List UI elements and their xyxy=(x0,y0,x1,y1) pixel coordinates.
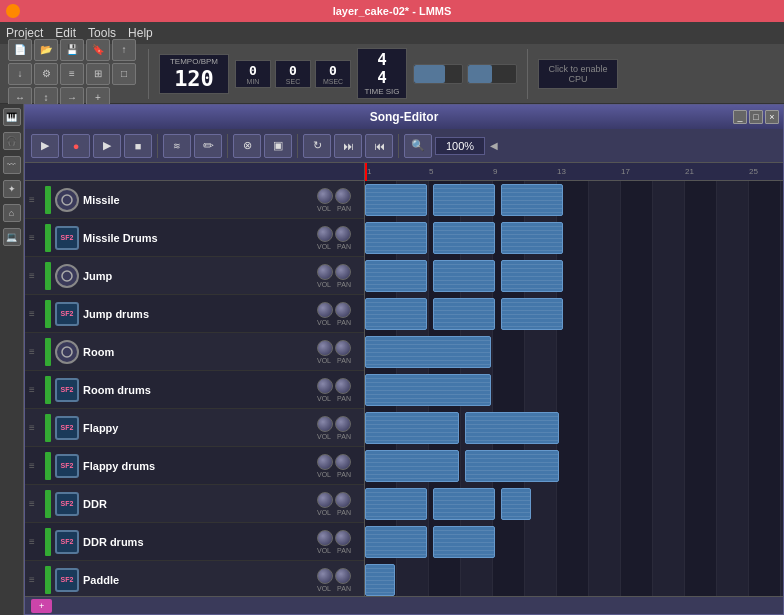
pattern-cell-2-11[interactable] xyxy=(717,219,749,257)
pattern-row-2[interactable] xyxy=(365,219,783,257)
pattern-cell-3-9[interactable] xyxy=(653,257,685,295)
track-handle-8[interactable]: ≡ xyxy=(29,460,41,471)
pan-knob-11[interactable] xyxy=(335,568,351,584)
pattern-cell-7-7[interactable] xyxy=(589,409,621,447)
open-project-btn[interactable]: 📂 xyxy=(34,39,58,61)
pattern-cell-1-11[interactable] xyxy=(717,181,749,219)
se-close-btn[interactable]: × xyxy=(765,110,779,124)
se-stop-btn[interactable]: ■ xyxy=(124,134,152,158)
pattern-cell-6-4[interactable] xyxy=(493,371,525,409)
pattern-block-1-2[interactable] xyxy=(501,184,563,216)
track-icon-2[interactable]: SF2 xyxy=(55,226,79,250)
pattern-cell-4-8[interactable] xyxy=(621,295,653,333)
track-icon-1[interactable] xyxy=(55,188,79,212)
pattern-cell-11-1[interactable] xyxy=(397,561,429,596)
pattern-block-4-2[interactable] xyxy=(501,298,563,330)
pattern-block-4-0[interactable] xyxy=(365,298,427,330)
pattern-cell-6-7[interactable] xyxy=(589,371,621,409)
pattern-cell-7-10[interactable] xyxy=(685,409,717,447)
se-maximize-btn[interactable]: □ xyxy=(749,110,763,124)
track-handle-1[interactable]: ≡ xyxy=(29,194,41,205)
track-handle-11[interactable]: ≡ xyxy=(29,574,41,585)
pattern-cell-1-13[interactable] xyxy=(781,181,783,219)
tempo-box[interactable]: TEMPO/BPM 120 xyxy=(159,54,229,94)
pattern-cell-11-9[interactable] xyxy=(653,561,685,596)
pattern-row-4[interactable] xyxy=(365,295,783,333)
pattern-cell-2-9[interactable] xyxy=(653,219,685,257)
vol-knob-9[interactable] xyxy=(317,492,333,508)
track-icon-4[interactable]: SF2 xyxy=(55,302,79,326)
track-icon-9[interactable]: SF2 xyxy=(55,492,79,516)
pan-knob-3[interactable] xyxy=(335,264,351,280)
se-minimize-btn[interactable]: _ xyxy=(733,110,747,124)
se-rewind-btn[interactable]: ⏮ xyxy=(365,134,393,158)
export-btn[interactable]: ↑ xyxy=(112,39,136,61)
import-btn[interactable]: ↓ xyxy=(8,63,32,85)
pattern-row-6[interactable] xyxy=(365,371,783,409)
pattern-cell-10-4[interactable] xyxy=(493,523,525,561)
pattern-cell-2-10[interactable] xyxy=(685,219,717,257)
pattern-cell-5-4[interactable] xyxy=(493,333,525,371)
vol-knob-11[interactable] xyxy=(317,568,333,584)
pattern-cell-4-13[interactable] xyxy=(781,295,783,333)
track-handle-3[interactable]: ≡ xyxy=(29,270,41,281)
se-draw-btn[interactable]: ✏ xyxy=(194,134,222,158)
pattern-cell-11-10[interactable] xyxy=(685,561,717,596)
pattern-cell-10-8[interactable] xyxy=(621,523,653,561)
pattern-cell-6-9[interactable] xyxy=(653,371,685,409)
vol-knob-7[interactable] xyxy=(317,416,333,432)
vol-knob-5[interactable] xyxy=(317,340,333,356)
toolbar-btn9[interactable]: ⊞ xyxy=(86,63,110,85)
pattern-cell-9-11[interactable] xyxy=(717,485,749,523)
pattern-block-5-0[interactable] xyxy=(365,336,491,368)
pattern-cell-11-13[interactable] xyxy=(781,561,783,596)
sidebar-instrument-icon[interactable]: 🎹 xyxy=(3,108,21,126)
pattern-cell-9-9[interactable] xyxy=(653,485,685,523)
pattern-cell-2-8[interactable] xyxy=(621,219,653,257)
pattern-cell-4-11[interactable] xyxy=(717,295,749,333)
pan-knob-4[interactable] xyxy=(335,302,351,318)
pattern-block-1-1[interactable] xyxy=(433,184,495,216)
pattern-row-5[interactable] xyxy=(365,333,783,371)
se-play-pattern-btn[interactable]: ▶ xyxy=(93,134,121,158)
pattern-cell-8-10[interactable] xyxy=(685,447,717,485)
pattern-cell-1-7[interactable] xyxy=(589,181,621,219)
se-search-btn[interactable]: 🔍 xyxy=(404,134,432,158)
toolbar-btn8[interactable]: ≡ xyxy=(60,63,84,85)
pattern-block-7-0[interactable] xyxy=(365,412,459,444)
track-handle-6[interactable]: ≡ xyxy=(29,384,41,395)
track-handle-4[interactable]: ≡ xyxy=(29,308,41,319)
track-icon-10[interactable]: SF2 xyxy=(55,530,79,554)
pan-knob-9[interactable] xyxy=(335,492,351,508)
vol-knob-8[interactable] xyxy=(317,454,333,470)
pattern-cell-5-10[interactable] xyxy=(685,333,717,371)
pattern-block-2-2[interactable] xyxy=(501,222,563,254)
pattern-cell-3-8[interactable] xyxy=(621,257,653,295)
pattern-cell-6-10[interactable] xyxy=(685,371,717,409)
pattern-block-9-0[interactable] xyxy=(365,488,427,520)
pattern-cell-1-10[interactable] xyxy=(685,181,717,219)
pattern-cell-3-12[interactable] xyxy=(749,257,781,295)
pattern-block-7-1[interactable] xyxy=(465,412,559,444)
pattern-cell-8-7[interactable] xyxy=(589,447,621,485)
pattern-block-2-1[interactable] xyxy=(433,222,495,254)
track-icon-3[interactable] xyxy=(55,264,79,288)
pattern-row-9[interactable] xyxy=(365,485,783,523)
vol-knob-3[interactable] xyxy=(317,264,333,280)
track-handle-7[interactable]: ≡ xyxy=(29,422,41,433)
pattern-cell-3-13[interactable] xyxy=(781,257,783,295)
sidebar-computer-icon[interactable]: 💻 xyxy=(3,228,21,246)
pattern-cell-8-11[interactable] xyxy=(717,447,749,485)
vol-knob-1[interactable] xyxy=(317,188,333,204)
se-add-sample-btn[interactable]: ≋ xyxy=(163,134,191,158)
pattern-cell-7-9[interactable] xyxy=(653,409,685,447)
pattern-cell-4-12[interactable] xyxy=(749,295,781,333)
pattern-cell-1-12[interactable] xyxy=(749,181,781,219)
pattern-cell-9-7[interactable] xyxy=(589,485,621,523)
pattern-cell-9-13[interactable] xyxy=(781,485,783,523)
pattern-cell-9-6[interactable] xyxy=(557,485,589,523)
pattern-block-6-0[interactable] xyxy=(365,374,491,406)
track-icon-11[interactable]: SF2 xyxy=(55,568,79,592)
pattern-block-3-0[interactable] xyxy=(365,260,427,292)
pattern-cell-10-5[interactable] xyxy=(525,523,557,561)
